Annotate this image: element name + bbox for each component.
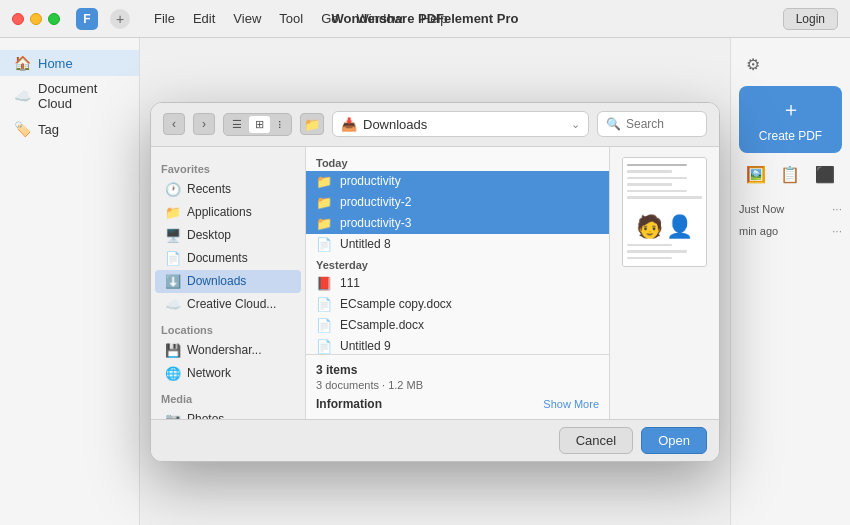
location-label: Downloads	[363, 117, 427, 132]
ds-downloads-label: Downloads	[187, 274, 246, 288]
forward-button[interactable]: ›	[193, 113, 215, 135]
new-tab-button[interactable]: +	[110, 9, 130, 29]
ds-desktop[interactable]: 🖥️ Desktop	[155, 224, 301, 247]
preview-line	[627, 244, 672, 247]
network-icon: 🌐	[165, 366, 181, 381]
recent-items: Just Now ··· min ago ···	[739, 200, 842, 240]
file-list: Today 📁 productivity 📁 productivity-2 📁 …	[306, 147, 609, 354]
file-item-ecsample-copy[interactable]: 📄 ECsample copy.docx	[306, 294, 609, 315]
info-section: 3 items 3 documents · 1.2 MB Information…	[306, 354, 609, 419]
info-details: 3 documents · 1.2 MB	[316, 379, 599, 391]
cancel-button[interactable]: Cancel	[559, 427, 633, 454]
applications-icon: 📁	[165, 205, 181, 220]
ds-wondershare-label: Wondershar...	[187, 343, 261, 357]
yesterday-header: Yesterday	[306, 255, 609, 273]
right-panel-icons: 🖼️ 📋 ⬛	[739, 165, 842, 184]
create-pdf-button[interactable]: ＋ Create PDF	[739, 86, 842, 153]
minimize-button[interactable]	[30, 13, 42, 25]
preview-page: 🧑 👤	[623, 158, 706, 266]
traffic-lights	[12, 13, 60, 25]
menu-view[interactable]: View	[225, 9, 269, 28]
recent-time-1: Just Now	[739, 203, 784, 215]
view-grid-button[interactable]: ⊞	[249, 116, 270, 133]
recent-dots-1[interactable]: ···	[832, 202, 842, 216]
dialog-toolbar: ‹ › ☰ ⊞ ⫶ 📁 📥 Downloads ⌄ 🔍	[151, 103, 719, 147]
file-list-area: Today 📁 productivity 📁 productivity-2 📁 …	[306, 147, 609, 419]
file-label-productivity: productivity	[340, 174, 401, 188]
ds-creative-cloud[interactable]: ☁️ Creative Cloud...	[155, 293, 301, 316]
create-pdf-label: Create PDF	[759, 129, 822, 143]
preview-line	[627, 164, 687, 167]
file-item-productivity[interactable]: 📁 productivity	[306, 171, 609, 192]
file-label-productivity3: productivity-3	[340, 216, 411, 230]
ds-documents[interactable]: 📄 Documents	[155, 247, 301, 270]
recent-time-2: min ago	[739, 225, 778, 237]
open-button[interactable]: Open	[641, 427, 707, 454]
app-body: 🏠 Home ☁️ Document Cloud 🏷️ Tag ‹ › ☰ ⊞ …	[0, 38, 850, 525]
menu-file[interactable]: File	[146, 9, 183, 28]
ds-wondershare[interactable]: 💾 Wondershar...	[155, 339, 301, 362]
preview-line	[627, 190, 687, 193]
view-columns-button[interactable]: ⫶	[271, 116, 289, 133]
ds-applications[interactable]: 📁 Applications	[155, 201, 301, 224]
back-button[interactable]: ‹	[163, 113, 185, 135]
file-label-untitled8: Untitled 8	[340, 237, 391, 251]
doc-icon: 📄	[316, 237, 332, 252]
file-label-ecsample-copy: ECsample copy.docx	[340, 297, 452, 311]
rp-icon-1[interactable]: 🖼️	[746, 165, 766, 184]
file-label-productivity2: productivity-2	[340, 195, 411, 209]
ds-photos[interactable]: 📷 Photos	[155, 408, 301, 419]
ds-recents[interactable]: 🕐 Recents	[155, 178, 301, 201]
info-items-count: 3 items	[316, 363, 599, 377]
sidebar-item-document-cloud[interactable]: ☁️ Document Cloud	[0, 76, 139, 116]
rp-icon-2[interactable]: 📋	[780, 165, 800, 184]
preview-line	[627, 170, 672, 173]
file-item-untitled9[interactable]: 📄 Untitled 9	[306, 336, 609, 354]
center-area: ‹ › ☰ ⊞ ⫶ 📁 📥 Downloads ⌄ 🔍	[140, 38, 730, 525]
sidebar-item-tag[interactable]: 🏷️ Tag	[0, 116, 139, 142]
recent-item-2: min ago ···	[739, 222, 842, 240]
file-item-productivity2[interactable]: 📁 productivity-2	[306, 192, 609, 213]
sidebar-item-home[interactable]: 🏠 Home	[0, 50, 139, 76]
location-chevron-icon: ⌄	[571, 118, 580, 131]
ds-network-label: Network	[187, 366, 231, 380]
recent-dots-2[interactable]: ···	[832, 224, 842, 238]
doc-icon: 📄	[316, 339, 332, 354]
settings-button[interactable]: ⚙	[739, 50, 767, 78]
ds-downloads[interactable]: ⬇️ Downloads	[155, 270, 301, 293]
file-label-untitled9: Untitled 9	[340, 339, 391, 353]
search-input[interactable]	[626, 117, 706, 131]
file-item-111[interactable]: 📕 111	[306, 273, 609, 294]
file-item-productivity3[interactable]: 📁 productivity-3	[306, 213, 609, 234]
new-folder-button[interactable]: 📁	[300, 113, 324, 135]
search-bar: 🔍	[597, 111, 707, 137]
file-item-ecsample[interactable]: 📄 ECsample.docx	[306, 315, 609, 336]
login-button[interactable]: Login	[783, 8, 838, 30]
ds-cc-label: Creative Cloud...	[187, 297, 276, 311]
file-item-untitled8[interactable]: 📄 Untitled 8	[306, 234, 609, 255]
file-label-111: 111	[340, 276, 360, 290]
menu-edit[interactable]: Edit	[185, 9, 223, 28]
rp-icon-3[interactable]: ⬛	[815, 165, 835, 184]
app-title: Wondershare PDFelement Pro	[332, 11, 519, 26]
doc-icon: 📄	[316, 297, 332, 312]
dialog-sidebar: Favorites 🕐 Recents 📁 Applications 🖥️ De…	[151, 147, 306, 419]
documents-icon: 📄	[165, 251, 181, 266]
location-icon: 📥	[341, 117, 357, 132]
preview-figure-2: 👤	[666, 214, 693, 240]
menu-tool[interactable]: Tool	[271, 9, 311, 28]
show-more-button[interactable]: Show More	[543, 398, 599, 410]
preview-illustration: 🧑 👤	[627, 205, 702, 240]
sidebar-label-home: Home	[38, 56, 73, 71]
recents-icon: 🕐	[165, 182, 181, 197]
ds-network[interactable]: 🌐 Network	[155, 362, 301, 385]
information-label: Information	[316, 397, 382, 411]
dialog-footer: Cancel Open	[151, 419, 719, 461]
desktop-icon: 🖥️	[165, 228, 181, 243]
view-list-button[interactable]: ☰	[226, 116, 248, 133]
preview-line	[627, 177, 687, 180]
maximize-button[interactable]	[48, 13, 60, 25]
preview-line	[627, 257, 672, 260]
ds-desktop-label: Desktop	[187, 228, 231, 242]
close-button[interactable]	[12, 13, 24, 25]
